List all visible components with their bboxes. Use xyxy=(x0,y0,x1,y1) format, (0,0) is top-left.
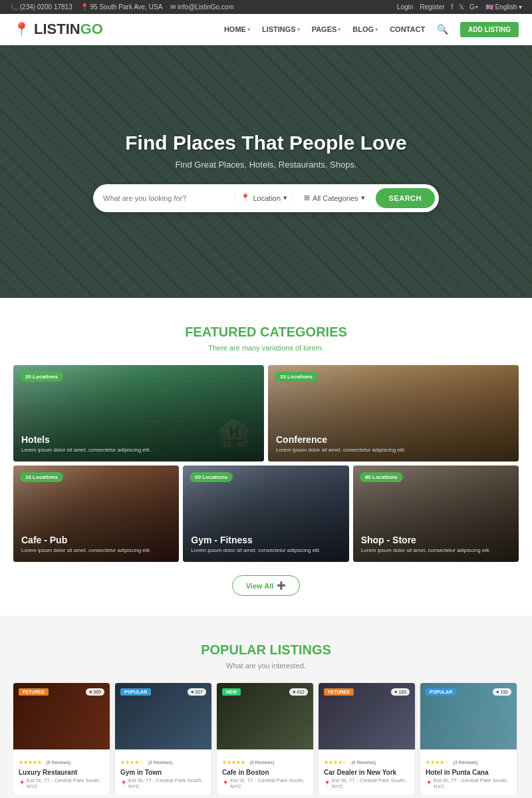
restaurant-hearts: ♥ 365 xyxy=(86,688,104,696)
top-bar-left: 📞 (234) 0200 17813 📍 95 South Park Ave, … xyxy=(10,3,234,11)
category-grid-bottom: 16 Locations Cafe - Pub Lorem ipsum dolo… xyxy=(13,466,519,562)
view-all-button[interactable]: View All ➕ xyxy=(232,575,301,596)
pages-arrow: ▾ xyxy=(338,27,340,33)
hotel-hearts: ♥ 192 xyxy=(493,688,511,696)
category-select[interactable]: ⊞ All Categories ▾ xyxy=(299,194,370,202)
hero-title: Find Places That People Love xyxy=(93,132,439,154)
listing-card-restaurant[interactable]: FETURED ♥ 365 ★★★★★ (6 Reviews) Luxury R… xyxy=(13,683,110,795)
listing-card-hotel[interactable]: POPULAR ♥ 192 ★★★★☆ (3 Reviews) Hotel in… xyxy=(420,683,517,795)
pin-icon: 📍 xyxy=(19,781,25,787)
hero-content: Find Places That People Love Find Great … xyxy=(93,132,439,212)
car-name: Car Dealer in New York xyxy=(324,769,410,776)
top-bar-right: Login Register f 𝕏 G+ 🇬🇧 English ▾ xyxy=(397,3,522,11)
car-image: FETURED ♥ 163 xyxy=(319,683,415,749)
hotel-badge: POPULAR xyxy=(426,688,456,696)
cafe-address: 📍 Est St, 77 - Central Park South, NYC xyxy=(222,777,308,789)
category-card-gym[interactable]: 60 Locations Gym - Fitness Lorem ipsum d… xyxy=(183,466,348,562)
conference-info: Conference Lorem ipsum dolor sit amet, c… xyxy=(276,434,406,454)
shop-name: Shop - Store xyxy=(361,535,491,545)
hotels-info: Hotels Lorem ipsum dolor sit amet, conse… xyxy=(21,434,151,454)
featured-section: FEATURED CATEGORIES There are many varia… xyxy=(0,298,532,616)
header: 📍 LISTINGO HOME ▾ LISTINGS ▾ PAGES ▾ BLO… xyxy=(0,14,532,45)
hero-section: Find Places That People Love Find Great … xyxy=(0,45,532,298)
social-icons: f 𝕏 G+ xyxy=(452,3,479,11)
category-card-hotels[interactable]: 20 Locations Hotels Lorem ipsum dolor si… xyxy=(13,365,264,462)
popular-section: POPULAR LISTINGS What are you interested… xyxy=(0,616,532,798)
car-address: 📍 Est St, 77 - Central Park South, NYC xyxy=(324,777,410,789)
gym-name: Gym - Fitness xyxy=(191,535,321,545)
listings-arrow: ▾ xyxy=(297,27,300,33)
gym-info: Gym - Fitness Lorem ipsum dolor sit amet… xyxy=(191,535,321,554)
nav-blog[interactable]: BLOG ▾ xyxy=(352,25,378,33)
add-listing-button[interactable]: ADD LISTING xyxy=(460,22,519,37)
conference-name: Conference xyxy=(276,434,406,445)
shop-badge: 80 Locations xyxy=(360,472,403,482)
popular-title-accent: LISTINGS xyxy=(270,642,331,657)
search-button[interactable]: SEARCH xyxy=(376,188,435,208)
category-card-conference[interactable]: 33 Locations Conference Lorem ipsum dolo… xyxy=(268,365,519,462)
logo-text: LISTINGO xyxy=(34,21,103,38)
hotel-name: Hotel in Punta Cana xyxy=(426,769,511,776)
top-bar: 📞 (234) 0200 17813 📍 95 South Park Ave, … xyxy=(0,0,532,14)
pin-icon: 📍 xyxy=(120,781,127,787)
nav-listings[interactable]: LISTINGS ▾ xyxy=(262,25,300,33)
conference-badge: 33 Locations xyxy=(275,372,318,382)
gym-hearts: ♥ 207 xyxy=(188,688,206,696)
hotel-address: 📍 Est St, 77 - Central Park South, NYC xyxy=(426,777,511,789)
restaurant-name: Luxury Restaurant xyxy=(19,769,104,776)
login-link[interactable]: Login xyxy=(397,3,413,11)
view-all-icon: ➕ xyxy=(277,581,286,590)
featured-subtitle: There are many variations of lorem. xyxy=(13,344,519,352)
car-info: ★★★★☆ (6 Reviews) Car Dealer in New York… xyxy=(319,749,415,795)
featured-title-accent: CATEGORIES xyxy=(260,325,347,339)
gym-desc: Lorem ipsum dolor sit amet, consectetur … xyxy=(191,547,321,554)
logo[interactable]: 📍 LISTINGO xyxy=(13,21,103,38)
hotels-desc: Lorem ipsum dolor sit amet, consectetur … xyxy=(21,447,151,454)
category-grid-top: 20 Locations Hotels Lorem ipsum dolor si… xyxy=(13,365,519,462)
category-card-cafe[interactable]: 16 Locations Cafe - Pub Lorem ipsum dolo… xyxy=(13,466,179,562)
cafe-stars: ★★★★★ (9 Reviews) xyxy=(222,755,308,767)
gym-info: ★★★★☆ (3 Reviews) Gym in Town 📍 Est St, … xyxy=(115,749,211,795)
cafe-badge: NEW xyxy=(222,688,241,696)
nav-home[interactable]: HOME ▾ xyxy=(224,25,250,33)
conference-desc: Lorem ipsum dolor sit amet, consectetur … xyxy=(276,447,406,454)
main-nav: HOME ▾ LISTINGS ▾ PAGES ▾ BLOG ▾ CONTACT… xyxy=(224,22,519,37)
hotels-badge: 20 Locations xyxy=(20,372,63,382)
category-card-shop[interactable]: 80 Locations Shop - Store Lorem ipsum do… xyxy=(353,466,519,562)
nav-pages[interactable]: PAGES ▾ xyxy=(312,25,341,33)
location-select[interactable]: 📍 Location ▾ xyxy=(235,194,293,202)
register-link[interactable]: Register xyxy=(420,3,444,11)
featured-title: FEATURED CATEGORIES xyxy=(13,325,519,340)
search-icon[interactable]: 🔍 xyxy=(437,24,448,35)
location-arrow: ▾ xyxy=(283,194,287,202)
shop-desc: Lorem ipsum dolor sit amet, consectetur … xyxy=(361,547,491,554)
car-badge: FETURED xyxy=(324,688,354,696)
restaurant-info: ★★★★★ (6 Reviews) Luxury Restaurant 📍 Es… xyxy=(13,749,110,795)
listing-card-gym[interactable]: POPULAR ♥ 207 ★★★★☆ (3 Reviews) Gym in T… xyxy=(115,683,211,795)
listing-card-car[interactable]: FETURED ♥ 163 ★★★★☆ (6 Reviews) Car Deal… xyxy=(319,683,415,795)
pin-icon: 📍 xyxy=(222,781,229,787)
hotels-name: Hotels xyxy=(21,434,151,445)
listing-card-cafe[interactable]: NEW ♥ 412 ★★★★★ (9 Reviews) Cafe in Bost… xyxy=(217,683,313,795)
car-stars: ★★★★☆ (6 Reviews) xyxy=(324,755,410,767)
logo-icon: 📍 xyxy=(13,21,30,37)
cafe-image: NEW ♥ 412 xyxy=(217,683,313,749)
hero-subtitle: Find Great Places, Hotels, Restaurants, … xyxy=(93,160,439,170)
language-selector[interactable]: 🇬🇧 English ▾ xyxy=(485,3,522,11)
home-arrow: ▾ xyxy=(247,27,250,33)
cafe-badge: 16 Locations xyxy=(20,472,63,482)
restaurant-stars: ★★★★★ (6 Reviews) xyxy=(19,755,104,767)
cafe-name: Cafe - Pub xyxy=(21,535,151,545)
search-input[interactable] xyxy=(103,194,229,202)
restaurant-address: 📍 Est St, 77 - Central Park South, NYC xyxy=(19,777,104,789)
nav-contact[interactable]: CONTACT xyxy=(390,25,425,33)
hotel-image: POPULAR ♥ 192 xyxy=(420,683,517,749)
pin-icon: 📍 xyxy=(241,194,250,202)
gym-address: 📍 Est St, 77 - Central Park South, NYC xyxy=(120,777,206,789)
cafe-hearts: ♥ 412 xyxy=(289,688,308,696)
listings-row: FETURED ♥ 365 ★★★★★ (6 Reviews) Luxury R… xyxy=(13,683,519,795)
gym-name: Gym in Town xyxy=(120,769,206,776)
phone-info: 📞 (234) 0200 17813 xyxy=(10,3,72,11)
blog-arrow: ▾ xyxy=(375,27,378,33)
car-hearts: ♥ 163 xyxy=(391,688,410,696)
